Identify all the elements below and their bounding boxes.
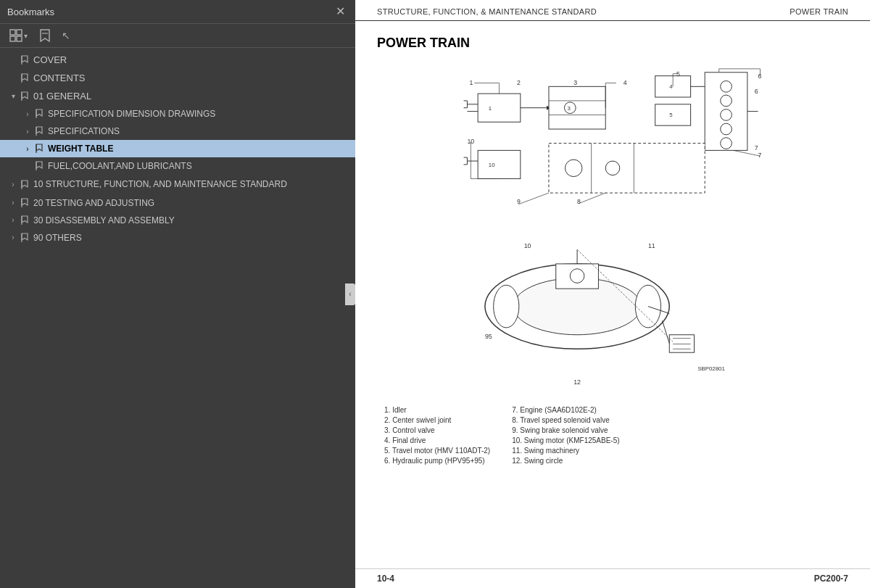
bookmark-flag-20testing bbox=[20, 198, 29, 208]
svg-rect-49 bbox=[478, 150, 521, 178]
chevron-weight-table[interactable]: › bbox=[23, 144, 32, 153]
svg-text:95: 95 bbox=[485, 333, 492, 340]
bookmark-flag-weight-table bbox=[35, 144, 44, 154]
svg-line-96 bbox=[521, 193, 549, 204]
svg-text:12: 12 bbox=[573, 378, 581, 386]
bookmark-item-cover[interactable]: COVER bbox=[0, 51, 355, 69]
header-right: POWER TRAIN bbox=[790, 7, 848, 16]
svg-text:4: 4 bbox=[669, 83, 673, 90]
bookmark-item-fuel-coolant[interactable]: FUEL,COOLANT,AND LUBRICANTS bbox=[0, 157, 355, 175]
chevron-placeholder-fuel bbox=[23, 162, 32, 170]
svg-point-68 bbox=[635, 285, 660, 328]
legend-item-4: 4. Final drive bbox=[384, 436, 490, 444]
bookmark-label-contents: CONTENTS bbox=[33, 73, 86, 83]
document-panel: STRUCTURE, FUNCTION, & MAINTENANCE STAND… bbox=[355, 0, 870, 588]
page-number: 10-4 bbox=[377, 573, 394, 584]
svg-text:1: 1 bbox=[469, 79, 473, 86]
svg-text:6: 6 bbox=[758, 73, 762, 80]
svg-text:6: 6 bbox=[755, 88, 758, 95]
svg-text:10: 10 bbox=[489, 162, 495, 168]
document-footer: 10-4 PC200-7 bbox=[355, 568, 870, 588]
legend-item-2: 2. Center swivel joint bbox=[384, 416, 490, 424]
svg-point-36 bbox=[721, 81, 732, 93]
chevron-placeholder bbox=[9, 56, 17, 65]
document-header: STRUCTURE, FUNCTION, & MAINTENANCE STAND… bbox=[355, 0, 870, 21]
bookmark-item-01general[interactable]: 01 GENERAL bbox=[0, 87, 355, 105]
svg-point-38 bbox=[721, 109, 732, 121]
legend-item-8: 8. Travel speed solenoid valve bbox=[512, 416, 619, 424]
svg-rect-2 bbox=[10, 36, 15, 41]
collapse-panel-button[interactable]: ‹ bbox=[345, 283, 355, 305]
page-title: POWER TRAIN bbox=[377, 36, 848, 51]
svg-text:8: 8 bbox=[577, 198, 581, 205]
bookmark-label-fuel: FUEL,COOLANT,AND LUBRICANTS bbox=[48, 161, 192, 171]
svg-text:7: 7 bbox=[758, 152, 762, 159]
legend-item-11: 11. Swing machinery bbox=[512, 447, 619, 455]
cursor-icon: ↖ bbox=[62, 30, 70, 41]
bookmark-item-90others[interactable]: 90 OTHERS bbox=[0, 229, 355, 247]
svg-rect-24 bbox=[549, 86, 605, 129]
bookmark-flag-fuel bbox=[35, 161, 44, 171]
bookmark-flag-30disassembly bbox=[20, 215, 29, 225]
bookmark-flag-10structure bbox=[20, 180, 29, 190]
bookmark-label-90others: 90 OTHERS bbox=[33, 233, 82, 243]
bookmark-icon bbox=[39, 29, 51, 42]
bookmark-item-contents[interactable]: CONTENTS bbox=[0, 69, 355, 87]
chevron-01general[interactable] bbox=[9, 92, 17, 101]
svg-point-39 bbox=[721, 123, 732, 135]
chevron-20testing[interactable] bbox=[9, 199, 17, 207]
svg-text:5: 5 bbox=[669, 112, 673, 118]
legend-col-right: 7. Engine (SAA6D102E-2) 8. Travel speed … bbox=[512, 406, 619, 465]
bookmark-item-30disassembly[interactable]: 30 DISASSEMBLY AND ASSEMBLY bbox=[0, 212, 355, 229]
close-button[interactable]: ✕ bbox=[333, 4, 348, 19]
bookmark-item-20testing[interactable]: 20 TESTING AND ADJUSTING bbox=[0, 194, 355, 212]
legend-col-left: 1. Idler 2. Center swivel joint 3. Contr… bbox=[384, 406, 490, 465]
header-left: STRUCTURE, FUNCTION, & MAINTENANCE STAND… bbox=[377, 7, 597, 16]
svg-rect-1 bbox=[17, 30, 22, 35]
bookmarks-title: Bookmarks bbox=[7, 7, 54, 17]
expand-all-button[interactable]: ▾ bbox=[6, 27, 31, 44]
bookmark-label-10structure: 10 STRUCTURE, FUNCTION, AND MAINTENANCE … bbox=[33, 178, 287, 191]
legend-item-7: 7. Engine (SAA6D102E-2) bbox=[512, 406, 619, 414]
legend-item-5: 5. Travel motor (HMV 110ADT-2) bbox=[384, 447, 490, 455]
svg-text:1: 1 bbox=[489, 105, 492, 112]
svg-text:SBP02801: SBP02801 bbox=[697, 365, 724, 372]
legend-item-3: 3. Control valve bbox=[384, 426, 490, 434]
toolbar: ▾ ↖ bbox=[0, 24, 355, 48]
svg-point-67 bbox=[494, 285, 519, 328]
chevron-placeholder bbox=[9, 74, 17, 83]
bookmarks-panel: Bookmarks ✕ ▾ ↖ COVER bbox=[0, 0, 355, 588]
chevron-specifications[interactable] bbox=[23, 127, 32, 136]
chevron-90others[interactable] bbox=[9, 233, 17, 242]
svg-line-98 bbox=[579, 193, 605, 204]
svg-text:4: 4 bbox=[624, 79, 627, 86]
bookmark-item-spec-dim[interactable]: SPECIFICATION DIMENSION DRAWINGS bbox=[0, 105, 355, 123]
bookmark-button[interactable] bbox=[36, 27, 54, 44]
bookmark-flag-cover bbox=[20, 55, 29, 65]
power-train-diagram: 1 3 4 5 5 bbox=[460, 65, 765, 392]
bookmark-item-specifications[interactable]: SPECIFICATIONS bbox=[0, 123, 355, 140]
bookmark-flag-specifications bbox=[35, 126, 44, 136]
svg-rect-71 bbox=[669, 335, 694, 352]
chevron-10structure[interactable] bbox=[9, 180, 17, 189]
bookmark-label-20testing: 20 TESTING AND ADJUSTING bbox=[33, 198, 154, 208]
chevron-30disassembly[interactable] bbox=[9, 216, 17, 225]
svg-rect-3 bbox=[17, 36, 22, 41]
svg-text:3: 3 bbox=[567, 105, 570, 112]
bookmark-item-weight-table[interactable]: › WEIGHT TABLE bbox=[0, 140, 355, 157]
svg-rect-16 bbox=[478, 94, 521, 122]
bookmarks-header: Bookmarks ✕ bbox=[0, 0, 355, 24]
svg-line-76 bbox=[662, 320, 669, 343]
bookmark-item-10structure[interactable]: 10 STRUCTURE, FUNCTION, AND MAINTENANCE … bbox=[0, 175, 355, 194]
svg-text:11: 11 bbox=[648, 242, 655, 249]
legend-item-12: 12. Swing circle bbox=[512, 457, 619, 465]
legend-item-10: 10. Swing motor (KMF125ABE-5) bbox=[512, 436, 619, 444]
svg-text:2: 2 bbox=[517, 79, 521, 86]
bookmark-label-weight-table: WEIGHT TABLE bbox=[48, 144, 113, 154]
bookmark-label-spec-dim: SPECIFICATION DIMENSION DRAWINGS bbox=[48, 109, 215, 119]
expand-icon bbox=[9, 29, 22, 42]
bookmark-label-01general: 01 GENERAL bbox=[33, 91, 91, 102]
bookmark-flag-spec-dim bbox=[35, 109, 44, 119]
svg-rect-0 bbox=[10, 30, 15, 35]
chevron-spec-dim[interactable] bbox=[23, 109, 32, 118]
